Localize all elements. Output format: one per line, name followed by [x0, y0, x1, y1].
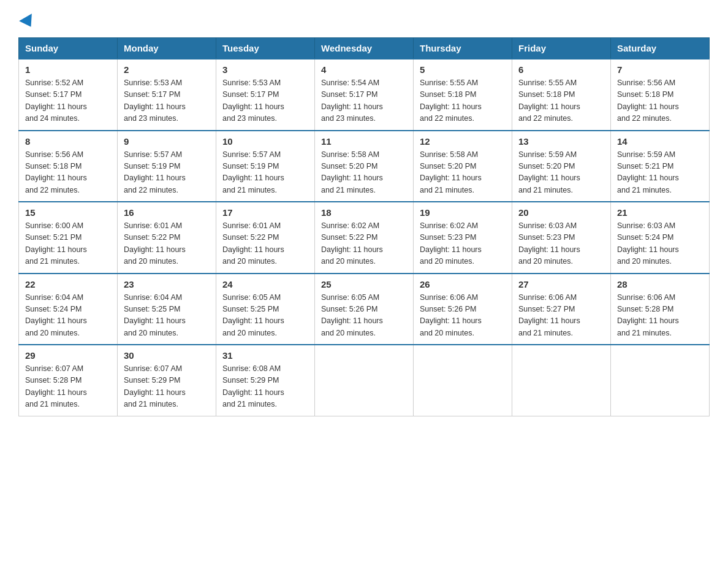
calendar-week-row: 8 Sunrise: 5:56 AMSunset: 5:18 PMDayligh…: [19, 131, 710, 202]
calendar-day-cell: 24 Sunrise: 6:05 AMSunset: 5:25 PMDaylig…: [216, 274, 315, 345]
day-number: 11: [321, 136, 407, 147]
calendar-header-row: SundayMondayTuesdayWednesdayThursdayFrid…: [19, 38, 710, 59]
day-info: Sunrise: 5:55 AMSunset: 5:18 PMDaylight:…: [518, 79, 580, 123]
calendar-week-row: 22 Sunrise: 6:04 AMSunset: 5:24 PMDaylig…: [19, 274, 710, 345]
day-number: 18: [321, 207, 407, 218]
calendar-day-cell: 15 Sunrise: 6:00 AMSunset: 5:21 PMDaylig…: [19, 202, 118, 274]
calendar-day-cell: [414, 345, 512, 416]
calendar-day-cell: 3 Sunrise: 5:53 AMSunset: 5:17 PMDayligh…: [216, 59, 315, 131]
day-number: 5: [420, 64, 506, 75]
day-number: 28: [617, 279, 703, 289]
day-number: 6: [518, 64, 604, 75]
day-number: 12: [420, 136, 506, 147]
calendar-day-cell: 6 Sunrise: 5:55 AMSunset: 5:18 PMDayligh…: [512, 59, 611, 131]
day-of-week-header: Wednesday: [315, 38, 414, 59]
day-of-week-header: Sunday: [19, 38, 118, 59]
day-of-week-header: Saturday: [611, 38, 710, 59]
calendar-week-row: 1 Sunrise: 5:52 AMSunset: 5:17 PMDayligh…: [19, 59, 710, 131]
day-number: 26: [420, 279, 506, 289]
day-info: Sunrise: 5:54 AMSunset: 5:17 PMDaylight:…: [321, 79, 383, 123]
calendar-day-cell: 9 Sunrise: 5:57 AMSunset: 5:19 PMDayligh…: [118, 131, 216, 202]
calendar-day-cell: 28 Sunrise: 6:06 AMSunset: 5:28 PMDaylig…: [611, 274, 710, 345]
day-info: Sunrise: 6:04 AMSunset: 5:24 PMDaylight:…: [25, 293, 87, 337]
day-number: 7: [617, 64, 703, 75]
day-info: Sunrise: 6:06 AMSunset: 5:28 PMDaylight:…: [617, 293, 679, 337]
day-info: Sunrise: 5:58 AMSunset: 5:20 PMDaylight:…: [321, 150, 383, 194]
day-number: 27: [518, 279, 604, 289]
calendar-day-cell: 25 Sunrise: 6:05 AMSunset: 5:26 PMDaylig…: [315, 274, 414, 345]
calendar-day-cell: 2 Sunrise: 5:53 AMSunset: 5:17 PMDayligh…: [118, 59, 216, 131]
day-info: Sunrise: 6:07 AMSunset: 5:28 PMDaylight:…: [25, 364, 87, 408]
day-number: 8: [25, 136, 111, 147]
calendar-day-cell: 26 Sunrise: 6:06 AMSunset: 5:26 PMDaylig…: [414, 274, 512, 345]
calendar-day-cell: 14 Sunrise: 5:59 AMSunset: 5:21 PMDaylig…: [611, 131, 710, 202]
day-number: 30: [124, 350, 210, 361]
day-number: 31: [222, 350, 308, 361]
day-of-week-header: Tuesday: [216, 38, 315, 59]
day-info: Sunrise: 6:01 AMSunset: 5:22 PMDaylight:…: [222, 221, 284, 266]
day-info: Sunrise: 6:07 AMSunset: 5:29 PMDaylight:…: [124, 364, 186, 408]
calendar-table: SundayMondayTuesdayWednesdayThursdayFrid…: [18, 37, 710, 416]
day-number: 2: [124, 64, 210, 75]
logo: [18, 12, 36, 26]
day-number: 23: [124, 279, 210, 289]
calendar-day-cell: 8 Sunrise: 5:56 AMSunset: 5:18 PMDayligh…: [19, 131, 118, 202]
calendar-day-cell: 19 Sunrise: 6:02 AMSunset: 5:23 PMDaylig…: [414, 202, 512, 274]
day-number: 21: [617, 207, 703, 218]
day-number: 15: [25, 207, 111, 218]
calendar-day-cell: 4 Sunrise: 5:54 AMSunset: 5:17 PMDayligh…: [315, 59, 414, 131]
calendar-day-cell: 17 Sunrise: 6:01 AMSunset: 5:22 PMDaylig…: [216, 202, 315, 274]
day-info: Sunrise: 5:52 AMSunset: 5:17 PMDaylight:…: [25, 79, 87, 123]
day-info: Sunrise: 5:57 AMSunset: 5:19 PMDaylight:…: [222, 150, 284, 194]
day-info: Sunrise: 5:59 AMSunset: 5:20 PMDaylight:…: [518, 150, 580, 194]
day-number: 20: [518, 207, 604, 218]
day-number: 3: [222, 64, 308, 75]
calendar-day-cell: 18 Sunrise: 6:02 AMSunset: 5:22 PMDaylig…: [315, 202, 414, 274]
calendar-day-cell: 29 Sunrise: 6:07 AMSunset: 5:28 PMDaylig…: [19, 345, 118, 416]
day-info: Sunrise: 5:56 AMSunset: 5:18 PMDaylight:…: [25, 150, 87, 194]
logo-triangle-icon: [19, 13, 37, 31]
calendar-day-cell: 27 Sunrise: 6:06 AMSunset: 5:27 PMDaylig…: [512, 274, 611, 345]
day-info: Sunrise: 6:00 AMSunset: 5:21 PMDaylight:…: [25, 221, 87, 266]
day-info: Sunrise: 6:06 AMSunset: 5:27 PMDaylight:…: [518, 293, 580, 337]
calendar-day-cell: 13 Sunrise: 5:59 AMSunset: 5:20 PMDaylig…: [512, 131, 611, 202]
day-info: Sunrise: 5:56 AMSunset: 5:18 PMDaylight:…: [617, 79, 679, 123]
day-info: Sunrise: 5:58 AMSunset: 5:20 PMDaylight:…: [420, 150, 482, 194]
day-info: Sunrise: 6:02 AMSunset: 5:22 PMDaylight:…: [321, 221, 383, 266]
calendar-day-cell: 11 Sunrise: 5:58 AMSunset: 5:20 PMDaylig…: [315, 131, 414, 202]
day-of-week-header: Monday: [118, 38, 216, 59]
day-of-week-header: Friday: [512, 38, 611, 59]
day-of-week-header: Thursday: [414, 38, 512, 59]
calendar-day-cell: 23 Sunrise: 6:04 AMSunset: 5:25 PMDaylig…: [118, 274, 216, 345]
day-info: Sunrise: 5:59 AMSunset: 5:21 PMDaylight:…: [617, 150, 679, 194]
day-number: 14: [617, 136, 703, 147]
calendar-day-cell: [315, 345, 414, 416]
day-number: 1: [25, 64, 111, 75]
calendar-day-cell: [512, 345, 611, 416]
day-number: 4: [321, 64, 407, 75]
calendar-week-row: 29 Sunrise: 6:07 AMSunset: 5:28 PMDaylig…: [19, 345, 710, 416]
day-number: 10: [222, 136, 308, 147]
day-number: 29: [25, 350, 111, 361]
day-number: 9: [124, 136, 210, 147]
day-info: Sunrise: 5:55 AMSunset: 5:18 PMDaylight:…: [420, 79, 482, 123]
day-number: 13: [518, 136, 604, 147]
calendar-day-cell: 22 Sunrise: 6:04 AMSunset: 5:24 PMDaylig…: [19, 274, 118, 345]
day-number: 17: [222, 207, 308, 218]
day-info: Sunrise: 6:03 AMSunset: 5:23 PMDaylight:…: [518, 221, 580, 266]
logo-blue-text: [18, 15, 36, 26]
day-info: Sunrise: 6:05 AMSunset: 5:25 PMDaylight:…: [222, 293, 284, 337]
day-info: Sunrise: 5:53 AMSunset: 5:17 PMDaylight:…: [222, 79, 284, 123]
day-number: 19: [420, 207, 506, 218]
day-number: 22: [25, 279, 111, 289]
calendar-day-cell: 5 Sunrise: 5:55 AMSunset: 5:18 PMDayligh…: [414, 59, 512, 131]
day-info: Sunrise: 6:04 AMSunset: 5:25 PMDaylight:…: [124, 293, 186, 337]
calendar-day-cell: 20 Sunrise: 6:03 AMSunset: 5:23 PMDaylig…: [512, 202, 611, 274]
day-info: Sunrise: 6:05 AMSunset: 5:26 PMDaylight:…: [321, 293, 383, 337]
day-number: 24: [222, 279, 308, 289]
calendar-day-cell: 1 Sunrise: 5:52 AMSunset: 5:17 PMDayligh…: [19, 59, 118, 131]
calendar-day-cell: 31 Sunrise: 6:08 AMSunset: 5:29 PMDaylig…: [216, 345, 315, 416]
day-info: Sunrise: 5:57 AMSunset: 5:19 PMDaylight:…: [124, 150, 186, 194]
day-number: 16: [124, 207, 210, 218]
day-number: 25: [321, 279, 407, 289]
